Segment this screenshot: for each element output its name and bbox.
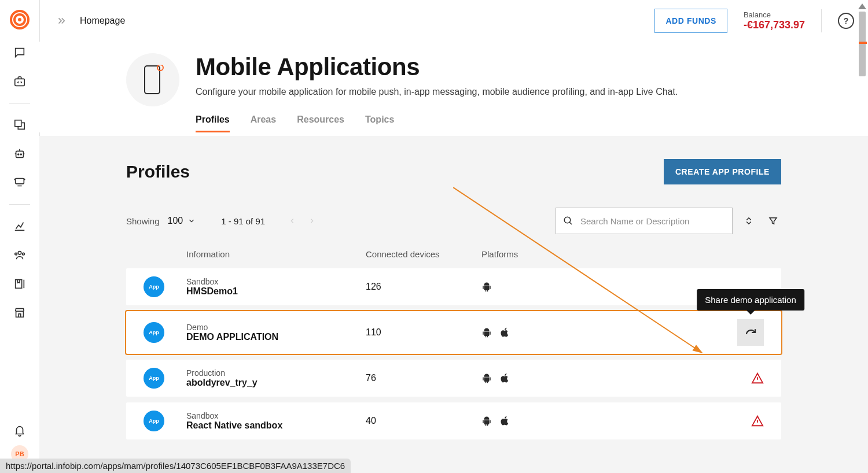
warning-icon xyxy=(751,415,764,427)
android-icon xyxy=(481,281,492,293)
android-icon xyxy=(481,327,492,338)
mobile-app-icon xyxy=(126,53,179,106)
profile-name: DEMO APPLICATION xyxy=(186,332,366,342)
widget-icon[interactable] xyxy=(8,171,31,194)
share-tooltip: Share demo application xyxy=(697,289,804,311)
analytics-icon[interactable] xyxy=(8,215,31,238)
tab-profiles[interactable]: Profiles xyxy=(196,111,230,132)
rail-divider xyxy=(9,103,30,104)
chat-icon[interactable] xyxy=(8,41,31,64)
svg-point-7 xyxy=(20,154,21,155)
tab-areas[interactable]: Areas xyxy=(251,111,276,132)
balance-amount: -€167,733.97 xyxy=(744,19,805,31)
next-page-button[interactable] xyxy=(303,212,321,230)
scroll-thumb[interactable] xyxy=(859,12,866,76)
status-url: https://portal.infobip.com/apps/mam/prof… xyxy=(0,459,351,473)
column-information: Information xyxy=(186,249,366,259)
connected-devices: 40 xyxy=(366,416,481,426)
table-row[interactable]: App Production aboldyrev_try_y 76 xyxy=(126,360,781,397)
topbar-separator xyxy=(821,9,822,32)
column-platforms: Platforms xyxy=(481,249,735,259)
tab-resources[interactable]: Resources xyxy=(297,111,344,132)
page-header: Mobile Applications Configure your mobil… xyxy=(39,42,868,132)
app-badge-icon: App xyxy=(144,368,164,389)
android-icon xyxy=(481,372,492,384)
page-title: Mobile Applications xyxy=(196,53,678,81)
chevron-down-icon xyxy=(187,217,196,225)
scroll-marker xyxy=(859,42,867,44)
tab-topics[interactable]: Topics xyxy=(365,111,394,132)
content-area: Profiles CREATE APP PROFILE Showing 100 … xyxy=(39,136,868,473)
table-header: Information Connected devices Platforms xyxy=(126,234,781,268)
connected-devices: 76 xyxy=(366,373,481,383)
balance-label: Balance xyxy=(744,10,805,19)
bookmark-panel-icon[interactable] xyxy=(8,272,31,295)
people-icon[interactable] xyxy=(8,243,31,267)
app-badge-icon: App xyxy=(144,276,164,297)
profile-name: aboldyrev_try_y xyxy=(186,378,366,388)
app-badge-icon: App xyxy=(144,322,164,343)
scrollbar[interactable] xyxy=(858,3,867,76)
apple-icon xyxy=(500,372,510,384)
balance-block: Balance -€167,733.97 xyxy=(744,10,805,31)
svg-rect-4 xyxy=(15,120,21,127)
profile-name: React Native sandbox xyxy=(186,420,366,431)
svg-rect-8 xyxy=(16,179,24,184)
connected-devices: 126 xyxy=(366,282,481,292)
scroll-up-icon[interactable] xyxy=(858,3,866,9)
column-connected: Connected devices xyxy=(366,249,481,259)
storefront-icon[interactable] xyxy=(8,301,31,324)
table-row[interactable]: App Demo DEMO APPLICATION 110 Share demo… xyxy=(126,311,781,354)
brand-logo[interactable] xyxy=(9,9,30,32)
svg-point-6 xyxy=(18,154,19,155)
section-title: Profiles xyxy=(126,162,190,182)
search-icon xyxy=(563,216,573,226)
svg-point-16 xyxy=(564,217,571,223)
svg-rect-3 xyxy=(15,79,25,86)
profile-tag: Sandbox xyxy=(186,277,366,286)
robot-icon[interactable] xyxy=(8,142,31,165)
briefcase-code-icon[interactable] xyxy=(8,70,31,93)
connected-devices: 110 xyxy=(366,327,481,338)
filter-icon[interactable] xyxy=(765,213,781,229)
svg-point-10 xyxy=(15,253,17,255)
apple-icon xyxy=(500,327,510,338)
table-row[interactable]: App Sandbox HMSDemo1 126 xyxy=(126,268,781,305)
svg-rect-5 xyxy=(16,151,24,157)
apple-icon xyxy=(500,415,510,427)
left-rail: PB xyxy=(0,0,40,473)
page-size-value: 100 xyxy=(168,216,183,226)
share-arrow-icon xyxy=(744,326,757,339)
tabs: Profiles Areas Resources Topics xyxy=(196,111,678,132)
profile-tag: Sandbox xyxy=(186,411,366,420)
page-subtitle: Configure your mobile application for mo… xyxy=(196,87,678,97)
bell-icon[interactable] xyxy=(8,419,31,442)
svg-point-11 xyxy=(23,253,25,255)
expand-rail-icon[interactable] xyxy=(53,13,69,29)
paging-range: 1 - 91 of 91 xyxy=(221,216,265,226)
share-button[interactable] xyxy=(737,319,764,346)
profile-tag: Demo xyxy=(186,323,366,332)
app-badge-icon: App xyxy=(144,411,164,431)
sort-icon[interactable] xyxy=(741,213,757,229)
showing-label: Showing xyxy=(126,216,160,226)
android-icon xyxy=(481,415,492,427)
add-funds-button[interactable]: ADD FUNDS xyxy=(654,9,727,33)
copy-chat-icon[interactable] xyxy=(8,113,31,136)
table-row[interactable]: App Sandbox React Native sandbox 40 xyxy=(126,402,781,439)
search-box[interactable] xyxy=(556,208,733,234)
page-size-select[interactable]: 100 xyxy=(168,216,196,226)
profile-tag: Production xyxy=(186,368,366,378)
warning-icon xyxy=(751,372,764,385)
profile-name: HMSDemo1 xyxy=(186,286,366,297)
prev-page-button[interactable] xyxy=(284,212,301,230)
create-app-profile-button[interactable]: CREATE APP PROFILE xyxy=(664,159,781,184)
svg-point-2 xyxy=(18,18,21,21)
svg-rect-14 xyxy=(145,66,160,94)
search-input[interactable] xyxy=(579,216,725,227)
svg-rect-12 xyxy=(16,280,22,289)
help-icon[interactable]: ? xyxy=(838,13,854,29)
breadcrumb[interactable]: Homepage xyxy=(80,16,125,26)
svg-point-9 xyxy=(18,252,21,255)
top-bar: Homepage ADD FUNDS Balance -€167,733.97 … xyxy=(39,0,868,42)
